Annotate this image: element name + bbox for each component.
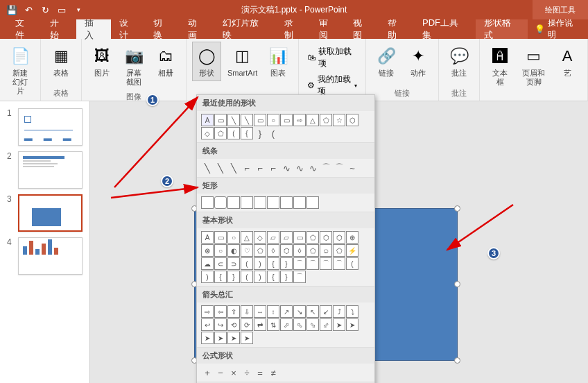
tab-home[interactable]: 开始 (42, 19, 76, 39)
redo-icon[interactable]: ↻ (37, 2, 53, 17)
slideshow-icon[interactable]: ▭ (54, 2, 69, 17)
thumb-3[interactable]: 3 (0, 192, 89, 235)
shape-option[interactable]: = (254, 366, 266, 379)
shape-option[interactable]: ⌒ (320, 257, 332, 270)
shape-option[interactable]: ▭ (214, 114, 227, 126)
shape-option[interactable]: ⌒ (333, 162, 345, 174)
chart-button[interactable]: 📊图表 (263, 42, 293, 81)
tab-help[interactable]: 帮助 (379, 19, 414, 39)
shape-option[interactable]: ▱ (280, 231, 293, 244)
shape-option[interactable]: ╲ (227, 162, 240, 174)
shape-option[interactable]: ➤ (241, 332, 253, 344)
shape-option[interactable]: ◊ (267, 244, 279, 257)
shape-option[interactable]: ↕ (267, 305, 279, 318)
tab-record[interactable]: 录制 (276, 19, 311, 39)
shape-option[interactable]: ◊ (293, 244, 306, 257)
shape-option[interactable]: ◇ (201, 127, 214, 139)
shape-option[interactable] (306, 196, 319, 209)
shape-option[interactable]: ( (241, 257, 253, 270)
shape-option[interactable]: ⤵ (346, 305, 358, 318)
shape-option[interactable]: ⇅ (267, 318, 279, 331)
shape-option[interactable]: ⌒ (293, 271, 306, 283)
shape-option[interactable]: ⌒ (320, 162, 332, 174)
shape-option[interactable]: ⇄ (254, 318, 266, 331)
comment-button[interactable]: 💬批注 (444, 42, 474, 81)
shape-option[interactable]: { (267, 257, 279, 270)
tab-file[interactable]: 文件 (7, 19, 42, 39)
shape-option[interactable]: ⬡ (346, 114, 358, 126)
shape-option[interactable]: } (280, 271, 293, 283)
shape-option[interactable]: ⇩ (241, 305, 253, 318)
undo-icon[interactable]: ↶ (21, 2, 36, 17)
shape-option[interactable]: ⌐ (241, 162, 253, 174)
shape-option[interactable]: ~ (346, 162, 358, 174)
shape-option[interactable]: ⟳ (241, 318, 253, 331)
shape-option[interactable]: ⬠ (306, 231, 319, 244)
shape-option[interactable]: ☆ (333, 114, 345, 126)
shape-option[interactable]: ◐ (227, 244, 240, 257)
shape-option[interactable]: ⇦ (214, 305, 227, 318)
table-button[interactable]: ▦ 表格 (46, 42, 76, 81)
shape-option[interactable]: ○ (227, 231, 240, 244)
shape-option[interactable]: ○ (267, 114, 279, 126)
qat-more-icon[interactable]: ▾ (71, 2, 86, 17)
thumb-2[interactable]: 2 (0, 148, 89, 192)
shape-option[interactable]: { (267, 271, 279, 283)
shape-option[interactable]: ⇨ (201, 305, 214, 318)
new-slide-button[interactable]: 📄 新建 幻灯片 (6, 42, 35, 99)
shape-option[interactable]: ( (241, 271, 253, 283)
shape-option[interactable]: ( (227, 127, 240, 139)
shape-option[interactable]: ⬀ (280, 318, 293, 331)
shape-option[interactable]: + (201, 366, 214, 379)
shape-option[interactable] (293, 196, 306, 209)
shape-option[interactable]: ➤ (214, 332, 227, 344)
save-icon[interactable]: 💾 (4, 2, 19, 17)
shape-option[interactable]: { (214, 271, 227, 283)
shape-option[interactable]: ⬠ (254, 244, 266, 257)
shape-option[interactable]: ↙ (320, 305, 332, 318)
shape-option[interactable]: ∿ (280, 162, 293, 174)
resize-handle[interactable] (454, 205, 460, 212)
shape-option[interactable] (227, 196, 240, 209)
shape-option[interactable]: ⬠ (214, 127, 227, 139)
shape-option[interactable]: − (214, 366, 227, 379)
shape-option[interactable]: ⬡ (333, 231, 345, 244)
get-addins-button[interactable]: 🛍获取加载项 (304, 44, 360, 71)
tell-me[interactable]: 💡操作说明 (528, 17, 588, 41)
shape-option[interactable]: A (201, 114, 214, 126)
shape-option[interactable]: × (227, 366, 240, 379)
tab-insert[interactable]: 插入 (76, 19, 111, 39)
action-button[interactable]: ✦动作 (404, 42, 433, 81)
shape-option[interactable]: ↘ (293, 305, 306, 318)
shape-option[interactable]: ⟲ (227, 318, 240, 331)
wordart-button[interactable]: A艺 (553, 42, 582, 81)
smartart-button[interactable]: ◫SmartArt (224, 42, 261, 81)
header-footer-button[interactable]: ▭页眉和页脚 (517, 42, 550, 90)
tab-pdf[interactable]: PDF工具集 (414, 19, 476, 39)
shape-option[interactable]: ⊗ (201, 244, 214, 257)
shape-option[interactable] (254, 196, 266, 209)
shape-option[interactable]: ◇ (254, 231, 266, 244)
tab-animation[interactable]: 动画 (180, 19, 214, 39)
link-button[interactable]: 🔗链接 (372, 42, 401, 81)
shape-option[interactable]: ╲ (201, 162, 214, 174)
shape-option[interactable]: ⬠ (320, 114, 332, 126)
shape-option[interactable]: ↔ (254, 305, 266, 318)
shape-option[interactable] (267, 196, 279, 209)
shape-option[interactable] (201, 196, 214, 209)
shape-option[interactable]: ⬡ (320, 231, 332, 244)
shape-option[interactable]: ➤ (346, 318, 358, 331)
shape-option[interactable]: } (254, 127, 266, 139)
shape-option[interactable]: ⬠ (306, 244, 319, 257)
shape-option[interactable]: ▭ (254, 114, 266, 126)
shape-option[interactable]: { (241, 127, 253, 139)
shape-option[interactable]: ( (267, 127, 279, 139)
shape-option[interactable]: ▭ (280, 114, 293, 126)
tab-transition[interactable]: 切换 (145, 19, 180, 39)
shape-option[interactable]: ≠ (267, 366, 279, 379)
shape-option[interactable]: ( (346, 257, 358, 270)
shape-option[interactable]: △ (241, 231, 253, 244)
shape-option[interactable]: ⌐ (254, 162, 266, 174)
shape-option[interactable]: ⌐ (267, 162, 279, 174)
shape-option[interactable]: ⬃ (320, 318, 332, 331)
